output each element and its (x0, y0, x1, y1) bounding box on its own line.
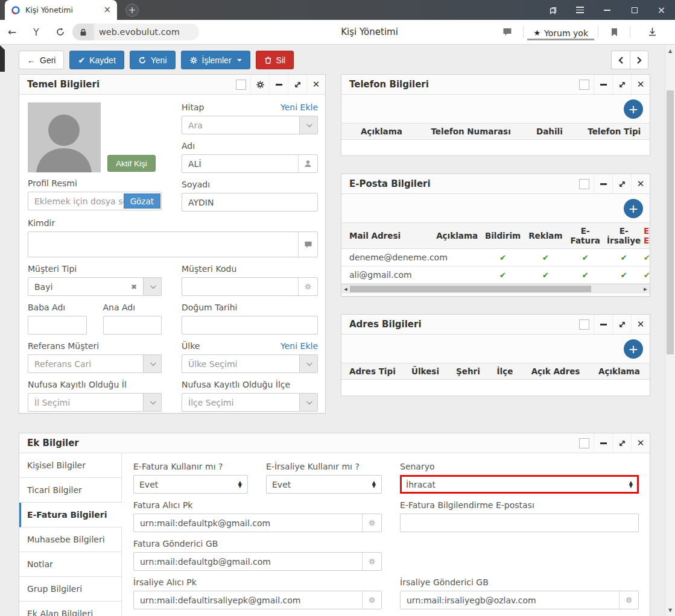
add-address-button[interactable]: + (624, 339, 643, 359)
tab-grup-bilgileri[interactable]: Grup Bilgileri (19, 577, 121, 602)
lock-icon[interactable] (72, 24, 94, 40)
soyadi-input[interactable]: AYDIN (182, 193, 318, 212)
ulke-yeni-ekle-link[interactable]: Yeni Ekle (280, 341, 318, 351)
new-tab-button[interactable]: + (125, 4, 139, 17)
scrollbar-thumb[interactable] (350, 286, 591, 292)
panel-collapse-icon[interactable] (594, 433, 612, 453)
efatura-bilgilendirme-input[interactable] (400, 514, 639, 532)
referans-musteri-select[interactable]: Referans Cari (28, 354, 162, 373)
eirsaliye-kullanir-select[interactable]: Evet ▲▼ (266, 475, 382, 494)
panel-checkbox[interactable] (236, 80, 246, 90)
gear-icon[interactable] (362, 591, 381, 609)
new-button[interactable]: Yeni (130, 51, 176, 69)
add-phone-button[interactable]: + (624, 99, 643, 119)
panel-checkbox[interactable] (579, 80, 589, 90)
panel-expand-icon[interactable] (612, 433, 631, 453)
add-email-button[interactable]: + (624, 199, 643, 218)
irsaliye-alici-pk-input[interactable]: urn:mail:defaultirsaliyepk@gmail.com (133, 591, 382, 609)
tab-kisisel-bilgiler[interactable]: Kişisel Bilgiler (19, 453, 121, 478)
chevron-down-icon[interactable] (300, 393, 318, 412)
tab-e-fatura-bilgileri[interactable]: E-Fatura Bilgileri (19, 503, 122, 527)
scroll-up-icon[interactable]: ▲ (665, 46, 675, 55)
fatura-alici-pk-input[interactable]: urn:mail:defaultpk@gmail.com (133, 514, 382, 532)
tab-ek-alan-bilgileri[interactable]: Ek Alan Bilgileri (19, 602, 121, 616)
panel-checkbox[interactable] (579, 179, 589, 189)
hitap-yeni-ekle-link[interactable]: Yeni Ekle (280, 102, 318, 112)
comment-icon[interactable] (495, 28, 519, 36)
review-button[interactable]: ★ Yorum yok (527, 27, 594, 40)
maximize-button[interactable] (621, 0, 648, 20)
tab-ticari-bilgiler[interactable]: Ticari Bilgiler (19, 478, 121, 503)
panel-expand-icon[interactable] (612, 174, 631, 193)
scrollbar-thumb[interactable] (667, 90, 674, 354)
chevron-down-icon[interactable] (144, 277, 162, 296)
browse-button[interactable]: Gözat (124, 193, 160, 209)
irsaliye-gonderici-gb-input[interactable]: urn:mail:irsaliyegb@ozlav.com (400, 591, 639, 609)
panel-close-icon[interactable]: ✕ (631, 315, 650, 334)
ulke-select[interactable]: Ülke Seçimi (182, 354, 318, 373)
next-record-button[interactable] (630, 51, 648, 69)
save-button[interactable]: ✔ Kaydet (69, 51, 124, 69)
adi-input[interactable]: ALİ (182, 154, 318, 173)
address-bar[interactable]: web.evobulut.com (72, 24, 199, 40)
panel-collapse-icon[interactable] (269, 75, 288, 94)
email-row[interactable]: deneme@deneme.com ✔ ✔ ✔ ✔ ✔ (341, 249, 650, 266)
nufus-ilce-select[interactable]: İlçe Seçimi (182, 393, 318, 412)
panel-checkbox[interactable] (579, 319, 589, 330)
email-row[interactable]: ali@gmail.com ✔ ✔ ✔ ✔ ✔ (341, 266, 650, 284)
tab-notlar[interactable]: Notlar (19, 552, 121, 577)
ana-adi-input[interactable] (103, 316, 162, 335)
hitap-select[interactable]: Ara (182, 116, 318, 134)
scroll-right-icon[interactable]: ▶ (641, 284, 650, 294)
back-button[interactable]: ← Geri (19, 51, 64, 69)
minimize-button[interactable] (594, 0, 621, 20)
efatura-kullanir-select[interactable]: Evet ▲▼ (133, 475, 248, 494)
close-window-button[interactable]: × (648, 0, 675, 20)
chevron-down-icon[interactable] (300, 116, 318, 134)
chevron-down-icon[interactable] (300, 354, 318, 373)
vertical-scrollbar[interactable]: ▲ ▼ (665, 45, 675, 616)
tab-muhasebe-bilgileri[interactable]: Muhasebe Bilgileri (19, 527, 121, 552)
gear-icon[interactable] (619, 591, 638, 609)
horizontal-scrollbar[interactable]: ◀ ▶ (341, 284, 650, 294)
download-icon[interactable] (640, 27, 664, 37)
panel-collapse-icon[interactable] (594, 315, 612, 334)
gear-icon[interactable] (298, 278, 317, 295)
chevron-down-icon[interactable] (144, 354, 162, 373)
reload-icon[interactable] (48, 27, 72, 37)
active-person-button[interactable]: Aktif Kişi (107, 155, 156, 172)
browser-tab[interactable]: Kişi Yönetimi × (5, 0, 117, 20)
scroll-down-icon[interactable]: ▼ (665, 605, 675, 615)
gear-icon[interactable] (362, 553, 381, 570)
tab-overview-icon[interactable] (539, 0, 566, 20)
baba-adi-input[interactable] (28, 316, 87, 335)
gear-icon[interactable] (362, 514, 381, 532)
musteri-kodu-input[interactable] (182, 277, 318, 296)
profile-file-input[interactable]: Eklemek için dosya seçiniz Gözat (28, 192, 162, 210)
panel-collapse-icon[interactable] (594, 174, 612, 193)
bookmark-icon[interactable] (602, 28, 626, 37)
panel-close-icon[interactable]: ✕ (631, 174, 650, 193)
panel-close-icon[interactable]: ✕ (306, 75, 325, 94)
back-nav-icon[interactable]: ← (0, 26, 24, 38)
tab-close-icon[interactable]: × (103, 5, 111, 14)
delete-button[interactable]: Sil (256, 51, 294, 69)
panel-collapse-icon[interactable] (594, 75, 612, 94)
senaryo-select-highlighted[interactable]: İhracat ▲▼ (400, 475, 639, 494)
actions-dropdown-button[interactable]: İşlemler (181, 51, 250, 69)
fatura-gonderici-gb-input[interactable]: urn:mail:defaultgb@gmail.com (133, 552, 382, 571)
forward-nav-icon[interactable]: Y (24, 27, 48, 38)
menu-icon[interactable] (566, 0, 594, 20)
panel-expand-icon[interactable] (612, 315, 631, 334)
nufus-il-select[interactable]: İl Seçimi (28, 393, 162, 412)
clear-selection-icon[interactable]: ✖ (131, 283, 137, 291)
scroll-left-icon[interactable]: ◀ (341, 284, 350, 294)
musteri-tipi-select[interactable]: Bayi ✖ (28, 277, 162, 296)
panel-close-icon[interactable]: ✕ (631, 433, 650, 453)
dogum-tarihi-input[interactable] (182, 316, 318, 335)
kimdir-textarea[interactable] (28, 231, 318, 257)
panel-settings-icon[interactable] (250, 75, 269, 94)
chevron-down-icon[interactable] (144, 393, 162, 412)
panel-checkbox[interactable] (579, 438, 589, 448)
prev-record-button[interactable] (611, 51, 630, 69)
